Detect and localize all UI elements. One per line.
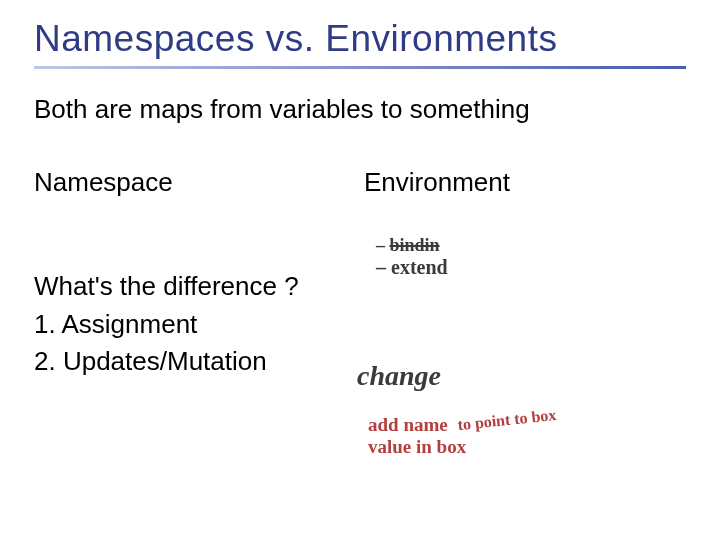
handwriting-value-in-box: value in box <box>368 436 558 458</box>
handwriting-add-name-part1: add name <box>368 414 448 435</box>
body-item-2: 2. Updates/Mutation <box>34 343 686 381</box>
body-item-1: 1. Assignment <box>34 306 686 344</box>
column-left-heading: Namespace <box>34 167 364 198</box>
body-block: What's the difference ? 1. Assignment 2.… <box>34 268 686 381</box>
two-column-row: Namespace Environment <box>34 167 686 198</box>
handwriting-binding-struck: bindin <box>390 235 440 255</box>
handwriting-binding: – bindin <box>376 236 440 254</box>
body-question: What's the difference ? <box>34 268 686 306</box>
slide-title: Namespaces vs. Environments <box>34 18 686 60</box>
title-underline <box>34 66 686 70</box>
handwriting-binding-dash: – <box>376 235 390 255</box>
handwriting-add-name: add name to point to box value in box <box>368 414 558 458</box>
slide-subtitle: Both are maps from variables to somethin… <box>34 94 686 125</box>
slide: Namespaces vs. Environments Both are map… <box>0 0 720 540</box>
handwriting-add-name-part2: to point to box <box>457 406 558 435</box>
column-right-heading: Environment <box>364 167 510 198</box>
